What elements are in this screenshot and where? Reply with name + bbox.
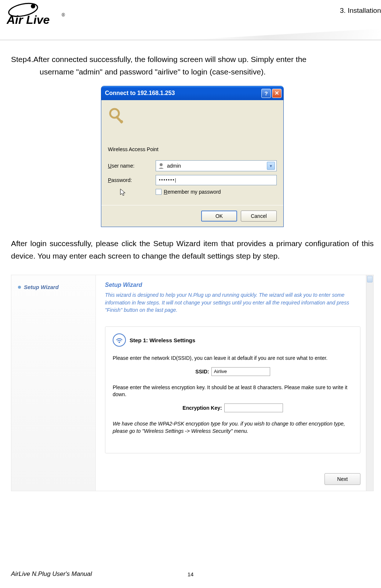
keys-icon <box>108 107 128 127</box>
after-login-paragraph: After login successfully, please click t… <box>11 237 374 262</box>
step4-line2: username "admin" and password "airlive" … <box>11 66 374 78</box>
footer-page-number: 14 <box>188 571 194 577</box>
dialog-titlebar[interactable]: Connect to 192.168.1.253 ? ✕ <box>101 86 283 100</box>
server-name: Wireless Access Point <box>108 146 277 152</box>
login-dialog: Connect to 192.168.1.253 ? ✕ Wireless Ac… <box>101 86 284 227</box>
user-icon <box>157 162 165 169</box>
page-content: Step4. After connected successfully, the… <box>0 40 381 491</box>
wizard-main: Setup Wizard This wizard is designed to … <box>96 275 373 491</box>
remember-label: Remember my password <box>164 189 221 195</box>
wizard-step-panel: Step 1: Wireless Settings Please enter t… <box>105 326 360 453</box>
ssid-instruction: Please enter the network ID(SSID), you c… <box>113 355 353 362</box>
key-instruction: Please enter the wireless encryption key… <box>113 384 353 398</box>
footer-manual-title: AirLive N.Plug User's Manual <box>11 570 92 578</box>
next-button[interactable]: Next <box>324 473 360 485</box>
header-divider-graphic <box>0 29 381 40</box>
svg-point-8 <box>119 342 120 343</box>
sidebar-item-setup-wizard[interactable]: Setup Wizard <box>11 282 95 292</box>
password-input[interactable]: •••••••| <box>156 175 277 185</box>
svg-point-1 <box>31 4 35 8</box>
svg-text:®: ® <box>62 12 65 18</box>
setup-wizard-screenshot: Setup Wizard Setup Wizard This wizard is… <box>11 275 374 491</box>
page-footer: AirLive N.Plug User's Manual 14 <box>11 570 370 578</box>
encryption-key-input[interactable] <box>224 403 283 412</box>
brand-logo: Air Live ® <box>7 2 80 28</box>
password-label: Password: <box>108 177 156 183</box>
wizard-title: Setup Wizard <box>105 282 360 288</box>
wizard-intro: This wizard is designed to help your N.P… <box>105 291 360 314</box>
close-button[interactable]: ✕ <box>272 89 282 98</box>
bullet-icon <box>18 286 21 289</box>
svg-point-7 <box>160 163 163 166</box>
ssid-input[interactable]: Airlive <box>211 367 270 376</box>
cancel-button[interactable]: Cancel <box>241 211 277 222</box>
page-header: Air Live ® 3. Installation <box>0 0 381 40</box>
ssid-label: SSID: <box>195 369 209 375</box>
username-combobox[interactable]: admin ▼ <box>156 160 277 171</box>
cursor-icon <box>120 188 127 199</box>
remember-checkbox[interactable] <box>156 189 162 195</box>
step4-prefix: Step4. <box>11 53 33 66</box>
scrollbar[interactable] <box>366 275 373 491</box>
help-button[interactable]: ? <box>261 89 271 98</box>
username-value: admin <box>167 163 267 169</box>
username-label: User name: <box>108 163 156 169</box>
scrollbar-up-arrow-icon[interactable] <box>367 276 373 282</box>
encryption-key-label: Encryption Key: <box>182 405 222 411</box>
wifi-icon <box>113 333 126 347</box>
dialog-title: Connect to 192.168.1.253 <box>105 90 260 96</box>
ok-button[interactable]: OK <box>201 211 237 222</box>
svg-text:Air Live: Air Live <box>7 13 50 26</box>
step4-paragraph: Step4. After connected successfully, the… <box>11 53 374 78</box>
encryption-note: We have chose the WPA2-PSK encryption ty… <box>113 420 353 435</box>
dropdown-arrow-icon[interactable]: ▼ <box>267 162 275 170</box>
airlive-logo-icon: Air Live ® <box>7 2 80 28</box>
chapter-label: 3. Installation <box>340 7 381 15</box>
wizard-sidebar: Setup Wizard <box>11 275 96 491</box>
step4-line1: After connected successfully, the follow… <box>33 53 306 66</box>
step1-title: Step 1: Wireless Settings <box>130 337 195 343</box>
